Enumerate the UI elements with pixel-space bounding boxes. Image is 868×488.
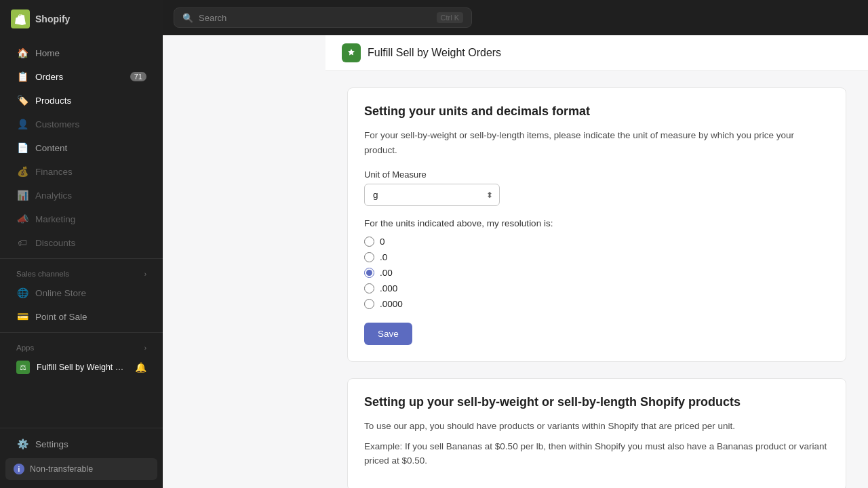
sidebar-label-analytics: Analytics (35, 190, 72, 201)
marketing-icon: 📣 (16, 213, 28, 225)
radio-input-0[interactable] (364, 237, 374, 247)
sidebar-label-fulfill-sell: Fulfill Sell by Weight O... (37, 363, 125, 372)
sidebar-label-online-store: Online Store (35, 288, 86, 298)
search-shortcut: Ctrl K (437, 12, 464, 23)
sidebar-item-content[interactable]: 📄 Content (5, 136, 157, 159)
products-icon: 🏷️ (16, 94, 28, 106)
content-icon: 📄 (16, 142, 28, 154)
section2-desc2: Example: If you sell Bananas at $0.50 pe… (364, 439, 829, 468)
point-of-sale-icon: 💳 (16, 310, 28, 323)
page-title: Fulfill Sell by Weight Orders (368, 47, 501, 59)
sidebar-item-marketing[interactable]: 📣 Marketing (5, 207, 157, 230)
sidebar-item-point-of-sale[interactable]: 💳 Point of Sale (5, 305, 157, 328)
sidebar-label-customers: Customers (35, 119, 79, 129)
brand-logo[interactable]: shopify (0, 0, 163, 38)
radio-label-2: .00 (380, 268, 393, 278)
radio-label-0: 0 (380, 237, 385, 247)
divider-3 (0, 428, 163, 428)
brand-name: shopify (35, 14, 70, 24)
orders-icon: 📋 (16, 70, 28, 83)
analytics-icon: 📊 (16, 189, 28, 201)
sidebar-label-marketing: Marketing (35, 214, 75, 224)
sidebar-label-home: Home (35, 48, 60, 58)
apps-chevron: › (144, 344, 146, 352)
orders-badge: 71 (130, 72, 146, 81)
non-transferable-label: Non-transferable (30, 464, 93, 474)
resolution-section: For the units indicated above, my resolu… (364, 218, 829, 309)
sidebar-label-content: Content (35, 143, 67, 153)
sidebar-label-finances: Finances (35, 167, 73, 177)
info-icon: i (14, 464, 24, 474)
radio-input-3[interactable] (364, 283, 374, 293)
main-content: Fulfill Sell by Weight Orders Setting yo… (326, 35, 868, 488)
sidebar-item-online-store[interactable]: 🌐 Online Store (5, 281, 157, 304)
divider-1 (0, 258, 163, 259)
sidebar-label-orders: Orders (35, 72, 63, 82)
sales-channels-label: Sales channels (16, 270, 69, 278)
customers-icon: 👤 (16, 118, 28, 130)
non-transferable-banner[interactable]: i Non-transferable (5, 458, 157, 480)
sidebar-nav: 🏠 Home 📋 Orders 71 🏷️ Products 👤 Custome… (0, 38, 163, 418)
radio-item-2[interactable]: .00 (364, 268, 829, 278)
discounts-icon: 🏷 (16, 237, 28, 249)
radio-input-4[interactable] (364, 299, 374, 309)
fulfill-sell-icon: ⚖ (16, 361, 30, 374)
sidebar-label-products: Products (35, 96, 71, 106)
sidebar: shopify 🏠 Home 📋 Orders 71 🏷️ Products 👤… (0, 0, 163, 488)
search-bar[interactable]: 🔍 Search Ctrl K (174, 7, 472, 28)
sidebar-item-analytics[interactable]: 📊 Analytics (5, 184, 157, 207)
radio-label-3: .000 (380, 283, 397, 293)
search-icon: 🔍 (182, 13, 193, 23)
apps-label: Apps (16, 344, 34, 352)
sales-channels-section[interactable]: Sales channels › (0, 263, 163, 281)
sidebar-item-finances[interactable]: 💰 Finances (5, 160, 157, 183)
page-body: Setting your units and decimals format F… (326, 71, 868, 488)
radio-label-1: .0 (380, 252, 387, 262)
sidebar-item-customers[interactable]: 👤 Customers (5, 113, 157, 136)
shopify-logo-icon (11, 9, 30, 28)
unit-of-measure-wrapper: g kg lb oz m cm ft in (364, 184, 500, 206)
radio-item-4[interactable]: .0000 (364, 299, 829, 309)
divider-2 (0, 332, 163, 333)
radio-group: 0 .0 .00 .000 (364, 237, 829, 309)
sidebar-label-point-of-sale: Point of Sale (35, 312, 87, 322)
radio-input-1[interactable] (364, 252, 374, 262)
apps-section[interactable]: Apps › (0, 337, 163, 354)
sidebar-item-settings[interactable]: ⚙️ Settings (5, 432, 157, 455)
radio-item-0[interactable]: 0 (364, 237, 829, 247)
topbar: 🔍 Search Ctrl K (163, 0, 868, 35)
notification-icon: 🔔 (135, 362, 146, 373)
sidebar-label-settings: Settings (35, 439, 68, 449)
sidebar-label-discounts: Discounts (35, 238, 75, 248)
sales-channels-chevron: › (144, 270, 146, 278)
unit-of-measure-label: Unit of Measure (364, 169, 829, 180)
sidebar-item-orders[interactable]: 📋 Orders 71 (5, 65, 157, 88)
save-button[interactable]: Save (364, 323, 412, 345)
unit-of-measure-select[interactable]: g kg lb oz m cm ft in (364, 184, 500, 206)
section1-title: Setting your units and decimals format (364, 104, 829, 119)
online-store-icon: 🌐 (16, 287, 28, 299)
section-units-decimals: Setting your units and decimals format F… (347, 87, 846, 362)
sidebar-item-discounts[interactable]: 🏷 Discounts (5, 231, 157, 254)
sidebar-item-home[interactable]: 🏠 Home (5, 41, 157, 64)
sidebar-item-products[interactable]: 🏷️ Products (5, 89, 157, 112)
page-header: Fulfill Sell by Weight Orders (326, 35, 868, 71)
search-placeholder: Search (199, 13, 226, 23)
section2-title: Setting up your sell-by-weight or sell-b… (364, 395, 829, 409)
radio-item-1[interactable]: .0 (364, 252, 829, 262)
finances-icon: 💰 (16, 165, 28, 178)
section1-description: For your sell-by-weight or sell-by-lengt… (364, 128, 829, 157)
section-setup-products: Setting up your sell-by-weight or sell-b… (347, 378, 846, 488)
radio-label-4: .0000 (380, 299, 403, 309)
radio-input-2[interactable] (364, 268, 374, 278)
settings-icon: ⚙️ (16, 438, 28, 450)
radio-item-3[interactable]: .000 (364, 283, 829, 293)
sidebar-item-fulfill-sell[interactable]: ⚖ Fulfill Sell by Weight O... 🔔 (5, 355, 157, 380)
resolution-text: For the units indicated above, my resolu… (364, 218, 829, 228)
section2-desc1: To use our app, you should have products… (364, 419, 829, 434)
app-header-icon (342, 43, 361, 62)
sidebar-bottom: ⚙️ Settings i Non-transferable (0, 418, 163, 488)
home-icon: 🏠 (16, 47, 28, 59)
